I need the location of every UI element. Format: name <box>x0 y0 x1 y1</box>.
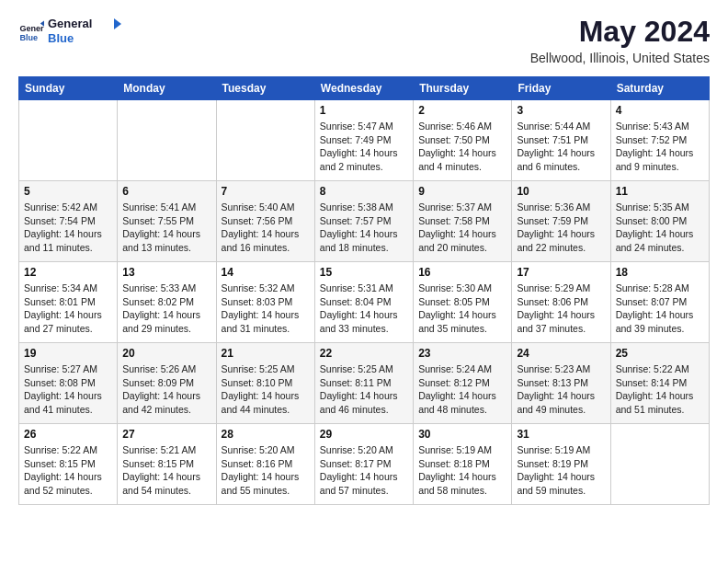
day-info: Sunrise: 5:23 AM Sunset: 8:13 PM Dayligh… <box>517 362 605 417</box>
calendar-cell: 26Sunrise: 5:22 AM Sunset: 8:15 PM Dayli… <box>19 424 118 505</box>
day-number: 12 <box>24 266 112 279</box>
day-info: Sunrise: 5:47 AM Sunset: 7:49 PM Dayligh… <box>320 120 408 174</box>
svg-text:Blue: Blue <box>19 33 38 42</box>
day-info: Sunrise: 5:32 AM Sunset: 8:03 PM Dayligh… <box>222 282 310 336</box>
calendar-table: SundayMondayTuesdayWednesdayThursdayFrid… <box>18 76 710 505</box>
day-info: Sunrise: 5:21 AM Sunset: 8:15 PM Dayligh… <box>122 443 210 498</box>
day-info: Sunrise: 5:28 AM Sunset: 8:07 PM Dayligh… <box>616 282 704 336</box>
day-info: Sunrise: 5:42 AM Sunset: 7:54 PM Dayligh… <box>24 201 112 255</box>
day-info: Sunrise: 5:25 AM Sunset: 8:10 PM Dayligh… <box>222 362 310 417</box>
calendar-cell: 24Sunrise: 5:23 AM Sunset: 8:13 PM Dayli… <box>512 343 610 424</box>
calendar-week-row: 19Sunrise: 5:27 AM Sunset: 8:08 PM Dayli… <box>19 343 710 424</box>
day-number: 8 <box>320 185 408 198</box>
calendar-cell: 6Sunrise: 5:41 AM Sunset: 7:55 PM Daylig… <box>118 181 216 262</box>
calendar-cell: 27Sunrise: 5:21 AM Sunset: 8:15 PM Dayli… <box>118 424 216 505</box>
calendar-cell: 17Sunrise: 5:29 AM Sunset: 8:06 PM Dayli… <box>512 262 610 343</box>
day-number: 16 <box>418 266 506 279</box>
calendar-cell: 14Sunrise: 5:32 AM Sunset: 8:03 PM Dayli… <box>216 262 314 343</box>
day-number: 26 <box>24 428 112 441</box>
main-title: May 2024 <box>530 15 710 49</box>
day-info: Sunrise: 5:19 AM Sunset: 8:19 PM Dayligh… <box>517 443 605 498</box>
calendar-week-row: 1Sunrise: 5:47 AM Sunset: 7:49 PM Daylig… <box>19 100 710 181</box>
day-number: 6 <box>122 185 210 198</box>
calendar-cell: 2Sunrise: 5:46 AM Sunset: 7:50 PM Daylig… <box>414 100 512 181</box>
calendar-cell <box>118 100 216 181</box>
svg-text:General: General <box>19 24 44 33</box>
day-info: Sunrise: 5:40 AM Sunset: 7:56 PM Dayligh… <box>222 201 310 255</box>
calendar-cell: 7Sunrise: 5:40 AM Sunset: 7:56 PM Daylig… <box>216 181 314 262</box>
day-number: 31 <box>517 428 605 441</box>
title-block: May 2024 Bellwood, Illinois, United Stat… <box>530 15 710 65</box>
calendar-cell: 21Sunrise: 5:25 AM Sunset: 8:10 PM Dayli… <box>216 343 314 424</box>
calendar-cell: 20Sunrise: 5:26 AM Sunset: 8:09 PM Dayli… <box>118 343 216 424</box>
calendar-cell: 16Sunrise: 5:30 AM Sunset: 8:05 PM Dayli… <box>414 262 512 343</box>
day-number: 29 <box>320 428 408 441</box>
calendar-cell: 4Sunrise: 5:43 AM Sunset: 7:52 PM Daylig… <box>610 100 709 181</box>
day-info: Sunrise: 5:37 AM Sunset: 7:58 PM Dayligh… <box>418 201 506 255</box>
day-info: Sunrise: 5:36 AM Sunset: 7:59 PM Dayligh… <box>517 201 605 255</box>
day-number: 2 <box>418 104 506 117</box>
day-number: 24 <box>517 347 605 360</box>
day-info: Sunrise: 5:46 AM Sunset: 7:50 PM Dayligh… <box>418 120 506 174</box>
day-info: Sunrise: 5:41 AM Sunset: 7:55 PM Dayligh… <box>122 201 210 255</box>
calendar-week-row: 5Sunrise: 5:42 AM Sunset: 7:54 PM Daylig… <box>19 181 710 262</box>
calendar-cell <box>19 100 118 181</box>
day-number: 7 <box>222 185 310 198</box>
logo: General Blue General Blue <box>18 15 121 48</box>
day-info: Sunrise: 5:27 AM Sunset: 8:08 PM Dayligh… <box>24 362 112 417</box>
day-info: Sunrise: 5:22 AM Sunset: 8:15 PM Dayligh… <box>24 443 112 498</box>
weekday-header: Monday <box>118 77 216 100</box>
day-info: Sunrise: 5:43 AM Sunset: 7:52 PM Dayligh… <box>616 120 704 174</box>
calendar-cell: 1Sunrise: 5:47 AM Sunset: 7:49 PM Daylig… <box>314 100 413 181</box>
day-number: 10 <box>517 185 605 198</box>
day-info: Sunrise: 5:29 AM Sunset: 8:06 PM Dayligh… <box>517 282 605 336</box>
calendar-cell: 10Sunrise: 5:36 AM Sunset: 7:59 PM Dayli… <box>512 181 610 262</box>
calendar-cell: 13Sunrise: 5:33 AM Sunset: 8:02 PM Dayli… <box>118 262 216 343</box>
calendar-week-row: 26Sunrise: 5:22 AM Sunset: 8:15 PM Dayli… <box>19 424 710 505</box>
weekday-header: Sunday <box>19 77 118 100</box>
day-info: Sunrise: 5:38 AM Sunset: 7:57 PM Dayligh… <box>320 201 408 255</box>
day-info: Sunrise: 5:34 AM Sunset: 8:01 PM Dayligh… <box>24 282 112 336</box>
logo-icon: General Blue <box>18 18 44 44</box>
calendar-week-row: 12Sunrise: 5:34 AM Sunset: 8:01 PM Dayli… <box>19 262 710 343</box>
svg-marker-5 <box>114 18 121 29</box>
calendar-cell: 12Sunrise: 5:34 AM Sunset: 8:01 PM Dayli… <box>19 262 118 343</box>
day-info: Sunrise: 5:31 AM Sunset: 8:04 PM Dayligh… <box>320 282 408 336</box>
calendar-cell: 9Sunrise: 5:37 AM Sunset: 7:58 PM Daylig… <box>414 181 512 262</box>
day-number: 18 <box>616 266 704 279</box>
weekday-header: Wednesday <box>314 77 413 100</box>
day-info: Sunrise: 5:24 AM Sunset: 8:12 PM Dayligh… <box>418 362 506 417</box>
weekday-header: Saturday <box>610 77 709 100</box>
day-info: Sunrise: 5:35 AM Sunset: 8:00 PM Dayligh… <box>616 201 704 255</box>
day-info: Sunrise: 5:22 AM Sunset: 8:14 PM Dayligh… <box>616 362 704 417</box>
day-number: 15 <box>320 266 408 279</box>
day-info: Sunrise: 5:25 AM Sunset: 8:11 PM Dayligh… <box>320 362 408 417</box>
svg-text:Blue: Blue <box>48 31 74 45</box>
calendar-cell: 11Sunrise: 5:35 AM Sunset: 8:00 PM Dayli… <box>610 181 709 262</box>
calendar-cell: 19Sunrise: 5:27 AM Sunset: 8:08 PM Dayli… <box>19 343 118 424</box>
day-info: Sunrise: 5:20 AM Sunset: 8:17 PM Dayligh… <box>320 443 408 498</box>
weekday-header: Friday <box>512 77 610 100</box>
calendar-cell: 8Sunrise: 5:38 AM Sunset: 7:57 PM Daylig… <box>314 181 413 262</box>
day-number: 1 <box>320 104 408 117</box>
weekday-header-row: SundayMondayTuesdayWednesdayThursdayFrid… <box>19 77 710 100</box>
svg-text:General: General <box>48 17 92 30</box>
calendar-cell <box>216 100 314 181</box>
calendar-cell: 18Sunrise: 5:28 AM Sunset: 8:07 PM Dayli… <box>610 262 709 343</box>
day-number: 5 <box>24 185 112 198</box>
calendar-cell: 22Sunrise: 5:25 AM Sunset: 8:11 PM Dayli… <box>314 343 413 424</box>
day-number: 30 <box>418 428 506 441</box>
calendar-cell: 30Sunrise: 5:19 AM Sunset: 8:18 PM Dayli… <box>414 424 512 505</box>
calendar-cell: 31Sunrise: 5:19 AM Sunset: 8:19 PM Dayli… <box>512 424 610 505</box>
calendar-cell <box>610 424 709 505</box>
calendar-cell: 23Sunrise: 5:24 AM Sunset: 8:12 PM Dayli… <box>414 343 512 424</box>
calendar-page: General Blue General Blue May 2024 Bellw… <box>0 0 728 520</box>
header: General Blue General Blue May 2024 Bellw… <box>18 15 710 65</box>
day-info: Sunrise: 5:33 AM Sunset: 8:02 PM Dayligh… <box>122 282 210 336</box>
day-info: Sunrise: 5:26 AM Sunset: 8:09 PM Dayligh… <box>122 362 210 417</box>
day-number: 28 <box>222 428 310 441</box>
weekday-header: Tuesday <box>216 77 314 100</box>
day-number: 9 <box>418 185 506 198</box>
day-number: 22 <box>320 347 408 360</box>
weekday-header: Thursday <box>414 77 512 100</box>
